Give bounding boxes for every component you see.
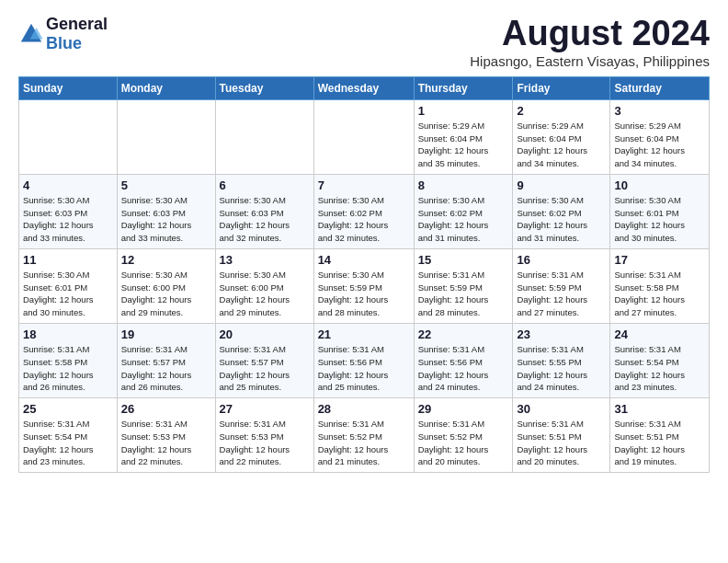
day-number: 16 [517, 253, 606, 267]
calendar-cell: 23Sunrise: 5:31 AMSunset: 5:55 PMDayligh… [513, 323, 610, 397]
logo-general: General [46, 15, 108, 34]
day-number: 27 [220, 402, 310, 416]
day-info: Sunrise: 5:31 AMSunset: 5:53 PMDaylight:… [121, 418, 211, 468]
calendar-cell: 30Sunrise: 5:31 AMSunset: 5:51 PMDayligh… [513, 398, 610, 473]
day-info: Sunrise: 5:31 AMSunset: 5:54 PMDaylight:… [614, 343, 705, 394]
day-number: 12 [121, 253, 211, 267]
day-number: 19 [121, 327, 211, 341]
day-info: Sunrise: 5:31 AMSunset: 5:55 PMDaylight:… [517, 343, 606, 394]
col-sunday: Sunday [19, 76, 118, 99]
calendar-cell: 14Sunrise: 5:30 AMSunset: 5:59 PMDayligh… [313, 248, 414, 323]
day-number: 25 [23, 402, 113, 416]
col-thursday: Thursday [414, 76, 513, 99]
title-block: August 2024 Hipasngo, Eastern Visayas, P… [470, 15, 710, 69]
day-info: Sunrise: 5:29 AMSunset: 6:04 PMDaylight:… [418, 120, 509, 170]
day-info: Sunrise: 5:31 AMSunset: 5:57 PMDaylight:… [220, 343, 310, 394]
calendar-cell: 9Sunrise: 5:30 AMSunset: 6:02 PMDaylight… [513, 174, 610, 248]
day-info: Sunrise: 5:30 AMSunset: 6:00 PMDaylight:… [220, 269, 310, 319]
day-number: 20 [220, 327, 310, 341]
calendar-cell: 13Sunrise: 5:30 AMSunset: 6:00 PMDayligh… [215, 248, 313, 323]
calendar-cell [19, 99, 118, 174]
calendar-cell: 25Sunrise: 5:31 AMSunset: 5:54 PMDayligh… [19, 398, 118, 473]
calendar-week-3: 11Sunrise: 5:30 AMSunset: 6:01 PMDayligh… [19, 248, 710, 323]
day-number: 3 [614, 104, 705, 118]
calendar-cell: 8Sunrise: 5:30 AMSunset: 6:02 PMDaylight… [414, 174, 513, 248]
col-wednesday: Wednesday [313, 76, 414, 99]
calendar-cell: 24Sunrise: 5:31 AMSunset: 5:54 PMDayligh… [610, 323, 710, 397]
day-info: Sunrise: 5:31 AMSunset: 5:53 PMDaylight:… [220, 418, 310, 468]
day-info: Sunrise: 5:31 AMSunset: 5:57 PMDaylight:… [121, 343, 211, 394]
day-info: Sunrise: 5:31 AMSunset: 5:59 PMDaylight:… [418, 269, 509, 319]
day-number: 21 [318, 327, 410, 341]
calendar-cell: 19Sunrise: 5:31 AMSunset: 5:57 PMDayligh… [117, 323, 215, 397]
calendar-cell: 11Sunrise: 5:30 AMSunset: 6:01 PMDayligh… [19, 248, 118, 323]
day-number: 14 [318, 253, 410, 267]
day-number: 8 [418, 178, 509, 192]
day-info: Sunrise: 5:31 AMSunset: 5:52 PMDaylight:… [318, 418, 410, 468]
calendar-cell: 17Sunrise: 5:31 AMSunset: 5:58 PMDayligh… [610, 248, 710, 323]
day-number: 18 [23, 327, 113, 341]
day-info: Sunrise: 5:31 AMSunset: 5:52 PMDaylight:… [418, 418, 509, 468]
day-number: 5 [121, 178, 211, 192]
day-info: Sunrise: 5:29 AMSunset: 6:04 PMDaylight:… [517, 120, 606, 170]
day-info: Sunrise: 5:31 AMSunset: 5:54 PMDaylight:… [23, 418, 113, 468]
day-number: 22 [418, 327, 509, 341]
logo-blue: Blue [46, 34, 108, 53]
day-number: 28 [318, 402, 410, 416]
day-number: 13 [220, 253, 310, 267]
logo-icon [18, 21, 44, 47]
calendar-cell [215, 99, 313, 174]
calendar-cell: 31Sunrise: 5:31 AMSunset: 5:51 PMDayligh… [610, 398, 710, 473]
day-number: 7 [318, 178, 410, 192]
calendar-cell: 29Sunrise: 5:31 AMSunset: 5:52 PMDayligh… [414, 398, 513, 473]
day-info: Sunrise: 5:30 AMSunset: 6:01 PMDaylight:… [614, 194, 705, 245]
calendar-cell: 21Sunrise: 5:31 AMSunset: 5:56 PMDayligh… [313, 323, 414, 397]
col-saturday: Saturday [610, 76, 710, 99]
day-info: Sunrise: 5:31 AMSunset: 5:56 PMDaylight:… [418, 343, 509, 394]
day-info: Sunrise: 5:30 AMSunset: 6:00 PMDaylight:… [121, 269, 211, 319]
day-number: 2 [517, 104, 606, 118]
calendar-cell: 5Sunrise: 5:30 AMSunset: 6:03 PMDaylight… [117, 174, 215, 248]
day-number: 23 [517, 327, 606, 341]
day-info: Sunrise: 5:31 AMSunset: 5:59 PMDaylight:… [517, 269, 606, 319]
day-number: 24 [614, 327, 705, 341]
calendar-cell [313, 99, 414, 174]
calendar-cell: 2Sunrise: 5:29 AMSunset: 6:04 PMDaylight… [513, 99, 610, 174]
calendar-cell: 12Sunrise: 5:30 AMSunset: 6:00 PMDayligh… [117, 248, 215, 323]
calendar-cell: 6Sunrise: 5:30 AMSunset: 6:03 PMDaylight… [215, 174, 313, 248]
calendar-cell: 20Sunrise: 5:31 AMSunset: 5:57 PMDayligh… [215, 323, 313, 397]
page-container: General Blue August 2024 Hipasngo, Easte… [0, 0, 728, 488]
day-number: 6 [220, 178, 310, 192]
calendar-week-1: 1Sunrise: 5:29 AMSunset: 6:04 PMDaylight… [19, 99, 710, 174]
calendar-cell: 28Sunrise: 5:31 AMSunset: 5:52 PMDayligh… [313, 398, 414, 473]
day-info: Sunrise: 5:30 AMSunset: 6:01 PMDaylight:… [23, 269, 113, 319]
day-info: Sunrise: 5:30 AMSunset: 6:02 PMDaylight:… [517, 194, 606, 245]
calendar-title: August 2024 [470, 15, 710, 53]
header: General Blue August 2024 Hipasngo, Easte… [18, 15, 710, 69]
day-info: Sunrise: 5:30 AMSunset: 6:03 PMDaylight:… [220, 194, 310, 245]
calendar-cell [117, 99, 215, 174]
day-number: 17 [614, 253, 705, 267]
col-tuesday: Tuesday [215, 76, 313, 99]
day-info: Sunrise: 5:30 AMSunset: 5:59 PMDaylight:… [318, 269, 410, 319]
calendar-week-2: 4Sunrise: 5:30 AMSunset: 6:03 PMDaylight… [19, 174, 710, 248]
day-info: Sunrise: 5:31 AMSunset: 5:51 PMDaylight:… [517, 418, 606, 468]
day-number: 15 [418, 253, 509, 267]
logo: General Blue [18, 15, 108, 52]
calendar-cell: 4Sunrise: 5:30 AMSunset: 6:03 PMDaylight… [19, 174, 118, 248]
day-number: 30 [517, 402, 606, 416]
calendar-cell: 27Sunrise: 5:31 AMSunset: 5:53 PMDayligh… [215, 398, 313, 473]
day-info: Sunrise: 5:30 AMSunset: 6:03 PMDaylight:… [121, 194, 211, 245]
day-number: 9 [517, 178, 606, 192]
calendar-cell: 7Sunrise: 5:30 AMSunset: 6:02 PMDaylight… [313, 174, 414, 248]
calendar-subtitle: Hipasngo, Eastern Visayas, Philippines [470, 53, 710, 69]
day-info: Sunrise: 5:31 AMSunset: 5:51 PMDaylight:… [614, 418, 705, 468]
calendar-week-4: 18Sunrise: 5:31 AMSunset: 5:58 PMDayligh… [19, 323, 710, 397]
calendar-cell: 26Sunrise: 5:31 AMSunset: 5:53 PMDayligh… [117, 398, 215, 473]
day-number: 26 [121, 402, 211, 416]
calendar-table: Sunday Monday Tuesday Wednesday Thursday… [18, 76, 710, 473]
calendar-week-5: 25Sunrise: 5:31 AMSunset: 5:54 PMDayligh… [19, 398, 710, 473]
calendar-header-row: Sunday Monday Tuesday Wednesday Thursday… [19, 76, 710, 99]
day-info: Sunrise: 5:30 AMSunset: 6:03 PMDaylight:… [23, 194, 113, 245]
calendar-cell: 15Sunrise: 5:31 AMSunset: 5:59 PMDayligh… [414, 248, 513, 323]
